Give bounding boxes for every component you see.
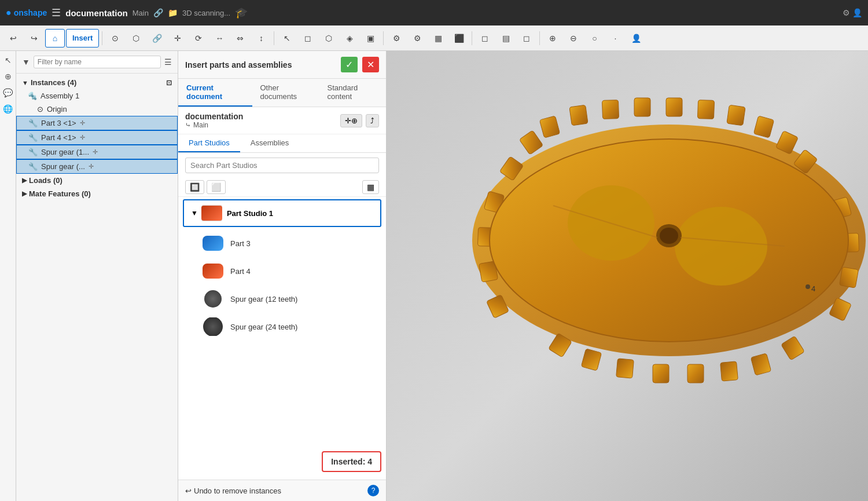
undo-button[interactable]: ↩ (3, 29, 23, 47)
3d-viewport[interactable]: 4 (387, 51, 868, 501)
tab-current-document[interactable]: Current document (178, 79, 252, 107)
doc-title: documentation (65, 8, 128, 18)
list-view-icon[interactable]: ☰ (164, 57, 172, 67)
left-icon-cursor[interactable]: ↖ (2, 53, 14, 67)
hamburger-icon[interactable]: ☰ (52, 6, 61, 19)
search-input[interactable] (185, 158, 379, 173)
svg-rect-16 (751, 353, 771, 375)
doc-actions: ✛⊕ ⤴ (340, 114, 379, 127)
tb-sq2[interactable]: ◻ (517, 29, 536, 47)
sub-tab-assemblies[interactable]: Assemblies (240, 134, 299, 152)
loads-chevron: ▶ (22, 177, 27, 184)
loads-header[interactable]: ▶ Loads (0) (16, 174, 178, 187)
undo-button[interactable]: ↩ Undo to remove instances (185, 487, 281, 495)
main-layout: ↖ ⊕ 💬 🌐 ▼ ☰ ▼ Instances (4) ⊡ 🔩 Assembly… (0, 51, 868, 501)
filter-input[interactable] (34, 56, 161, 68)
toolbar-separator-1 (102, 31, 102, 45)
part3-item[interactable]: 🔧 Part 3 <1> ✛ (16, 116, 178, 130)
tab-standard-content[interactable]: Standard content (319, 79, 386, 107)
tb-person[interactable]: 👤 (626, 29, 646, 47)
add-action-button[interactable]: ✛⊕ (340, 114, 362, 127)
assembly-icon: 🔩 (28, 92, 37, 100)
tb-box[interactable]: ⬛ (449, 29, 469, 47)
help-button[interactable]: ? (367, 485, 379, 496)
svg-point-31 (675, 207, 767, 286)
studio-header[interactable]: ▼ Part Studio 1 (183, 199, 381, 227)
tb-search[interactable]: ⊕ (543, 29, 562, 47)
tb-double-arrow[interactable]: ⇔ (230, 29, 250, 47)
mate-chevron: ▶ (22, 190, 27, 198)
tb-arrow[interactable]: ↔ (209, 29, 229, 47)
loads-label: Loads (0) (29, 176, 62, 185)
spurgear24-list-item[interactable]: Spur gear (24 teeth) (178, 313, 386, 341)
insert-button[interactable]: Insert (66, 29, 99, 47)
tb-minus[interactable]: ⊖ (564, 29, 583, 47)
toolbar-separator-5 (539, 31, 540, 45)
expand-grid-button[interactable]: ▦ (362, 180, 379, 194)
instances-action-icon[interactable]: ⊡ (166, 79, 172, 87)
svg-point-33 (660, 228, 678, 244)
origin-item[interactable]: ⊙ Origin (16, 103, 178, 116)
spurgear12-list-item[interactable]: Spur gear (12 teeth) (178, 285, 386, 313)
instance-tree: ▼ Instances (4) ⊡ 🔩 Assembly 1 ⊙ Origin … (16, 74, 178, 501)
spurgear1-label: Spur gear (1... (41, 148, 89, 156)
part3-label: Part 3 <1> (41, 119, 76, 127)
scan-text[interactable]: 3D scanning... (182, 9, 230, 17)
branch-icon: ⤷ (185, 121, 191, 129)
assembly1-item[interactable]: 🔩 Assembly 1 (16, 89, 178, 103)
tb-bars[interactable]: ▦ (428, 29, 448, 47)
mate-features-header[interactable]: ▶ Mate Features (0) (16, 187, 178, 200)
confirm-button[interactable]: ✓ (341, 57, 358, 72)
tb-square[interactable]: ◻ (298, 29, 318, 47)
insert-panel: Insert parts and assemblies ✓ ✕ Current … (178, 51, 387, 501)
home-button[interactable]: ⌂ (45, 29, 65, 47)
instances-chevron: ▼ (22, 79, 28, 86)
tb-gear1[interactable]: ⚙ (387, 29, 406, 47)
part4-thumb (201, 262, 225, 280)
tb-hex1[interactable]: ⬡ (126, 29, 146, 47)
tb-cursor[interactable]: ↖ (277, 29, 297, 47)
filter-icon[interactable]: ▼ (22, 57, 30, 67)
part4-icon: 🔧 (28, 133, 38, 142)
spurgear2-mate-icon: ✛ (89, 163, 94, 170)
tb-grid[interactable]: ▣ (361, 29, 380, 47)
tb-circle[interactable]: ○ (584, 29, 604, 47)
part4-item[interactable]: 🔧 Part 4 <1> ✛ (16, 130, 178, 145)
left-icon-globe[interactable]: 🌐 (1, 102, 15, 116)
left-icon-chat[interactable]: 💬 (1, 86, 15, 100)
mate-features-label: Mate Features (0) (29, 189, 91, 198)
tb-table[interactable]: ▤ (496, 29, 516, 47)
tb-cross[interactable]: ✛ (168, 29, 187, 47)
link-icon[interactable]: 🔗 (153, 8, 163, 17)
tb-updown[interactable]: ↕ (251, 29, 271, 47)
instances-header[interactable]: ▼ Instances (4) ⊡ (16, 76, 178, 89)
tb-diamond[interactable]: ◈ (340, 29, 359, 47)
tb-dot[interactable]: · (605, 29, 625, 47)
cancel-button[interactable]: ✕ (362, 57, 379, 72)
list-view-button[interactable]: 🔲 (185, 180, 204, 194)
tb-rotate[interactable]: ⟳ (189, 29, 208, 47)
redo-button[interactable]: ↪ (24, 29, 44, 47)
tab-other-documents[interactable]: Other documents (252, 79, 319, 107)
spurgear2-item[interactable]: 🔧 Spur gear (... ✛ (16, 159, 178, 174)
spurgear2-icon: 🔧 (28, 162, 38, 171)
branch-name: Main (193, 121, 208, 129)
tb-link[interactable]: 🔗 (147, 29, 167, 47)
part3-list-item[interactable]: Part 3 (178, 229, 386, 257)
graduate-icon[interactable]: 🎓 (235, 6, 248, 19)
part3-mate-icon: ✛ (80, 119, 85, 127)
sub-tab-part-studios[interactable]: Part Studios (178, 134, 240, 152)
part4-list-item[interactable]: Part 4 (178, 257, 386, 285)
tb-frame[interactable]: ◻ (475, 29, 495, 47)
tb-hex2[interactable]: ⬡ (319, 29, 339, 47)
left-icon-add[interactable]: ⊕ (2, 70, 14, 83)
spurgear1-item[interactable]: 🔧 Spur gear (1... ✛ (16, 145, 178, 159)
view-buttons: 🔲 ⬜ (185, 180, 226, 194)
grid-view-button[interactable]: ⬜ (207, 180, 226, 194)
tb-clock[interactable]: ⊙ (105, 29, 125, 47)
branch-action-button[interactable]: ⤴ (366, 114, 379, 127)
instances-label: Instances (4) (31, 78, 76, 87)
spurgear24-name: Spur gear (24 teeth) (230, 323, 297, 331)
tb-gear2[interactable]: ⚙ (407, 29, 427, 47)
origin-icon: ⊙ (37, 105, 43, 114)
